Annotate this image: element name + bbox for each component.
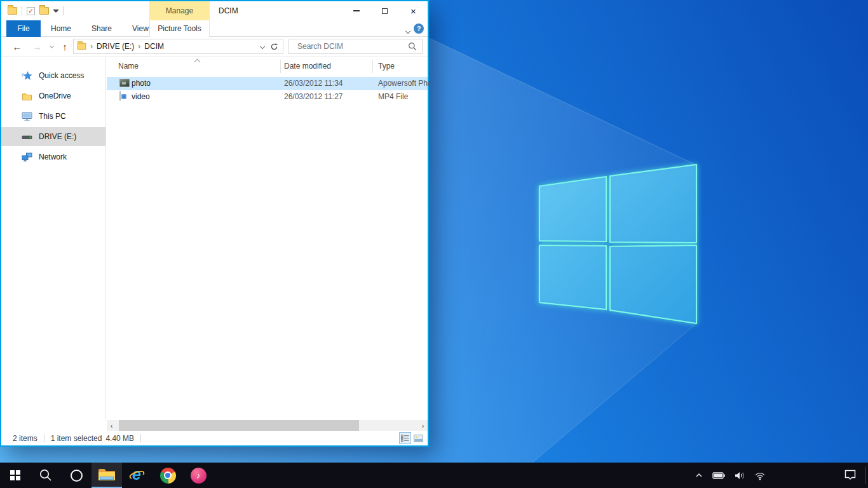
status-separator: [44, 434, 44, 442]
show-desktop-button[interactable]: [865, 466, 868, 484]
navigation-pane: Quick access OneDrive: [1, 57, 106, 420]
file-type: MP4 File: [378, 92, 408, 101]
minimize-button[interactable]: [342, 1, 370, 20]
column-header-date-modified[interactable]: Date modified: [284, 62, 331, 71]
back-button[interactable]: ←: [10, 37, 24, 57]
scrollbar-thumb[interactable]: [119, 420, 359, 431]
chevron-up-icon: [694, 471, 704, 480]
tab-file[interactable]: File: [6, 20, 41, 37]
customize-qat-arrow-icon[interactable]: [53, 9, 58, 13]
ribbon-tabs-row: File Home Share View Picture Tools ?: [1, 20, 428, 37]
recent-locations-button[interactable]: [47, 37, 56, 57]
folder-icon: [78, 43, 86, 50]
search-box[interactable]: Search DCIM: [288, 39, 423, 54]
file-rows: photo 26/03/2012 11:34 Apowersoft Pho vi…: [107, 77, 428, 104]
scroll-right-button[interactable]: ›: [418, 420, 428, 431]
details-view-button[interactable]: [399, 432, 411, 444]
wifi-icon: [754, 471, 766, 480]
chevron-down-icon: [260, 44, 265, 49]
cortana-button[interactable]: [61, 463, 92, 488]
quick-access-star-icon: [22, 71, 32, 81]
qat-folder-icon[interactable]: [39, 7, 49, 15]
address-dropdown-icon[interactable]: [261, 41, 264, 50]
wifi-button[interactable]: [754, 471, 766, 480]
window-controls: ×: [342, 1, 428, 20]
column-header-type[interactable]: Type: [378, 62, 395, 71]
action-center-button[interactable]: [844, 469, 857, 481]
cortana-icon: [71, 470, 83, 482]
sidebar-item-label: This PC: [39, 112, 66, 121]
explorer-window: ✓ Manage DCIM × File Home Share View Pic…: [0, 0, 429, 447]
status-separator: [140, 434, 141, 442]
tray-expand-button[interactable]: [694, 471, 704, 480]
quick-access-toolbar: ✓: [8, 1, 64, 20]
sidebar-item-onedrive[interactable]: OneDrive: [1, 86, 105, 105]
content-area: Quick access OneDrive: [1, 57, 428, 420]
internet-explorer-button[interactable]: e: [122, 463, 153, 488]
qat-properties-icon[interactable]: ✓: [27, 7, 35, 15]
itunes-button[interactable]: ♪: [183, 463, 214, 488]
address-bar[interactable]: › DRIVE (E:) › DCIM: [73, 39, 283, 54]
search-button[interactable]: [31, 463, 61, 488]
photo-thumbnail-icon: [119, 79, 130, 87]
volume-icon: [734, 471, 746, 480]
tab-picture-tools[interactable]: Picture Tools: [149, 20, 210, 37]
thumbnails-view-button[interactable]: [412, 432, 424, 444]
file-explorer-button[interactable]: [92, 463, 122, 488]
chrome-button[interactable]: [153, 463, 183, 488]
breadcrumb-chevron-icon: ›: [138, 42, 140, 51]
details-view-icon: [401, 435, 409, 442]
file-list-pane[interactable]: Name Date modified Type photo 26/03/2012…: [107, 57, 428, 420]
manage-contextual-tab[interactable]: Manage: [149, 1, 210, 20]
chevron-down-icon: [49, 43, 53, 48]
sidebar-item-quick-access[interactable]: Quick access: [1, 66, 105, 85]
breadcrumb-chevron-icon: ›: [90, 42, 93, 51]
scroll-left-button[interactable]: ‹: [107, 420, 116, 431]
help-button[interactable]: ?: [414, 24, 424, 34]
file-row-photo[interactable]: photo 26/03/2012 11:34 Apowersoft Pho: [107, 77, 428, 90]
battery-button[interactable]: [712, 471, 726, 480]
sidebar-item-network[interactable]: Network: [1, 147, 105, 166]
forward-button[interactable]: →: [30, 37, 44, 57]
sidebar-item-this-pc[interactable]: This PC: [1, 107, 105, 126]
this-pc-icon: [22, 111, 32, 122]
start-button[interactable]: [0, 463, 31, 488]
file-name: video: [132, 92, 150, 101]
up-button[interactable]: ↑: [58, 37, 72, 57]
sidebar-item-label: Quick access: [39, 71, 84, 80]
file-date-modified: 26/03/2012 11:34: [284, 79, 343, 88]
sort-ascending-icon: [194, 59, 201, 65]
maximize-button[interactable]: [370, 1, 399, 20]
search-placeholder: Search DCIM: [297, 42, 408, 51]
volume-button[interactable]: [734, 471, 746, 480]
tab-home[interactable]: Home: [41, 20, 81, 37]
qat-folder-icon[interactable]: [8, 7, 17, 15]
selection-count: 1 item selected: [51, 434, 102, 443]
status-bar: 2 items 1 item selected 4.40 MB: [1, 431, 428, 445]
file-row-video[interactable]: video 26/03/2012 11:27 MP4 File: [107, 90, 428, 104]
horizontal-scrollbar[interactable]: ‹ ›: [107, 420, 428, 431]
drive-icon: [22, 132, 32, 142]
sidebar-item-label: OneDrive: [39, 92, 71, 100]
column-headers: Name Date modified Type: [107, 57, 428, 75]
file-type: Apowersoft Pho: [378, 79, 429, 88]
maximize-icon: [382, 8, 388, 14]
column-separator[interactable]: [280, 60, 281, 73]
refresh-icon[interactable]: [270, 43, 278, 51]
ribbon-expand-button[interactable]: [406, 26, 410, 35]
action-center-icon: [844, 469, 857, 481]
taskbar: e ♪: [0, 463, 868, 488]
file-explorer-icon: [98, 469, 115, 482]
internet-explorer-icon: e: [129, 467, 146, 484]
breadcrumb-dcim[interactable]: DCIM: [144, 42, 164, 51]
close-button[interactable]: ×: [399, 1, 428, 20]
sidebar-item-drive-e[interactable]: DRIVE (E:): [1, 127, 105, 146]
tab-share[interactable]: Share: [81, 20, 122, 37]
breadcrumb-drive[interactable]: DRIVE (E:): [97, 42, 134, 51]
column-separator[interactable]: [372, 60, 373, 73]
qat-separator: [22, 6, 22, 15]
sidebar-item-label: Network: [39, 152, 67, 161]
onedrive-folder-icon: [22, 91, 32, 102]
column-header-name[interactable]: Name: [118, 62, 139, 71]
titlebar[interactable]: ✓ Manage DCIM ×: [1, 1, 428, 20]
